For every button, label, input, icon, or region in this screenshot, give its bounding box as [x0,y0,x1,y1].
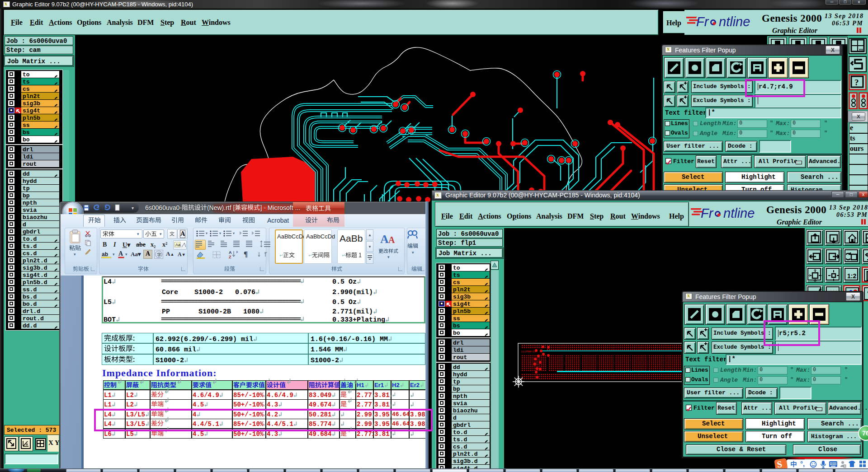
svg-text:1:2: 1:2 [847,272,856,280]
svg-text:LLLPAN<23<: LLLPAN<23< [521,350,538,353]
